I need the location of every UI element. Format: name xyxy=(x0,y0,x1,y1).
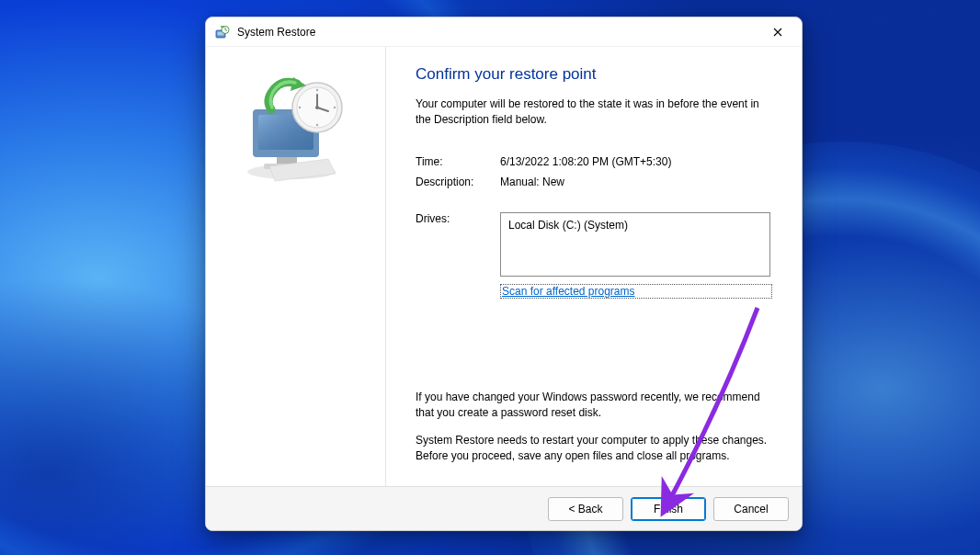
close-button[interactable] xyxy=(758,18,798,46)
svg-point-17 xyxy=(298,107,300,108)
left-graphic-panel xyxy=(206,47,386,486)
svg-point-15 xyxy=(315,89,317,91)
app-icon xyxy=(215,25,230,40)
svg-point-18 xyxy=(333,107,335,108)
time-label: Time: xyxy=(416,155,500,168)
drives-label: Drives: xyxy=(416,212,500,277)
system-restore-dialog: System Restore xyxy=(205,17,803,531)
drives-list[interactable]: Local Disk (C:) (System) xyxy=(500,212,770,277)
drive-item: Local Disk (C:) (System) xyxy=(508,219,762,232)
svg-rect-8 xyxy=(277,157,297,164)
scan-affected-programs-link[interactable]: Scan for affected programs xyxy=(500,284,772,299)
titlebar: System Restore xyxy=(206,17,802,47)
restore-icon xyxy=(236,74,356,176)
page-heading: Confirm your restore point xyxy=(416,65,772,84)
page-intro: Your computer will be restored to the st… xyxy=(416,96,772,128)
time-value: 6/13/2022 1:08:20 PM (GMT+5:30) xyxy=(500,155,772,168)
password-warning: If you have changed your Windows passwor… xyxy=(416,390,772,421)
button-bar: < Back Finish Cancel xyxy=(206,486,802,530)
description-label: Description: xyxy=(416,176,500,188)
svg-point-16 xyxy=(315,124,317,126)
restart-warning: System Restore needs to restart your com… xyxy=(416,433,772,464)
back-button[interactable]: < Back xyxy=(548,497,623,521)
cancel-button[interactable]: Cancel xyxy=(713,497,789,521)
window-title: System Restore xyxy=(237,26,758,39)
description-value: Manual: New xyxy=(500,176,772,188)
finish-button[interactable]: Finish xyxy=(631,497,706,521)
